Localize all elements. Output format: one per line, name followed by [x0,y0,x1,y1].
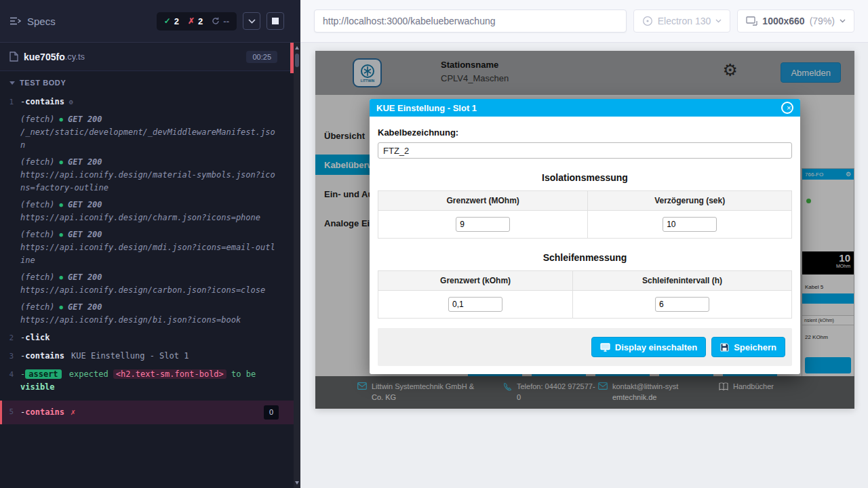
network-log-row[interactable]: (fetch)●GET 200 https://api.iconify.desi… [0,154,294,197]
assert-badge: assert [25,369,61,379]
fetch-label: (fetch) [20,271,55,284]
isolation-col2-header: Verzögerung (sek) [588,191,792,211]
test-body-label: TEST BODY [20,79,66,87]
command-row-assert[interactable]: 4 -assert expected <h2.text-sm.font-bold… [0,365,294,396]
loop-interval-input[interactable] [655,297,709,312]
loop-col2-header: Schleifenintervall (h) [573,271,792,291]
specs-menu-icon [9,16,21,26]
command-argument: KUE Einstellung - Slot 1 [71,351,189,361]
isolation-heading: Isolationsmessung [378,172,792,183]
status-dot-icon: ● [60,301,63,314]
loop-heading: Schleifenmessung [378,252,792,263]
command-row-click[interactable]: 2 -click [0,329,294,347]
collapse-reporter-button[interactable] [243,12,260,30]
command-number: 4 [0,368,20,394]
isolation-col1-header: Grenzwert (MOhm) [378,191,588,211]
network-log-row[interactable]: (fetch)●GET 200 https://api.iconify.desi… [0,299,294,329]
command-number: 2 [0,331,20,344]
specs-menu[interactable]: Specs [9,16,56,27]
status-dot-icon: ● [60,199,63,211]
command-number: 5 [2,405,20,420]
display-on-button[interactable]: Display einschalten [591,337,706,357]
modal-body: Kabelbezeichnung: Isolationsmessung Gren… [370,117,800,319]
stat-passed: ✓2 [164,16,179,26]
command-row-contains-failed[interactable]: 5 -contains ✗ 0 [0,401,294,424]
app-under-test: LITTWIN Stationsname CPLV4_Maschen ⚙ Abm… [315,51,854,409]
spec-header[interactable]: kue705fo .cy.ts 00:25 [0,43,294,71]
spec-extension: .cy.ts [65,52,85,62]
command-name: contains [25,97,64,106]
aut-panel: Electron 130 1000x660 (79%) LITTWIN Stat… [300,0,868,488]
chevron-down-icon [9,81,15,85]
modal-title: KUE Einstellung - Slot 1 [376,103,477,113]
command-row-contains-3[interactable]: 3 -containsKUE Einstellung - Slot 1 [0,347,294,365]
browser-selector[interactable]: Electron 130 [633,9,731,33]
reporter-scrollbar[interactable] [294,0,300,488]
stop-run-button[interactable] [267,12,284,30]
isolation-table: Grenzwert (MOhm) Verzögerung (sek) [378,190,792,239]
assert-visible: visible [20,382,55,392]
isolation-limit-input[interactable] [456,217,510,232]
viewport-selector[interactable]: 1000x660 (79%) [737,9,854,33]
command-number: 1 [0,96,20,108]
network-log-row[interactable]: (fetch)●GET 200 https://api.iconify.desi… [0,226,294,269]
loop-table: Grenzwert (kOhm) Schleifenintervall (h) [378,270,792,319]
specs-label: Specs [27,16,56,27]
network-log-row[interactable]: (fetch)●GET 200 https://api.iconify.desi… [0,197,294,226]
cable-name-input[interactable] [378,142,792,159]
http-status: GET 200 [68,228,102,241]
kue-settings-modal: KUE Einstellung - Slot 1 × Kabelbezeichn… [370,99,800,374]
scroll-up-icon[interactable] [295,46,299,49]
status-dot-icon: ● [60,113,63,126]
test-stats: ✓2 ✗2 -- [157,12,237,30]
viewport-size: 1000x660 [762,16,804,26]
modal-header: KUE Einstellung - Slot 1 × [370,99,800,117]
modal-footer: Display einschalten Speichern [378,328,792,366]
gear-icon: ⚙ [69,98,73,106]
command-name: contains [25,406,64,419]
command-name: contains [25,351,64,361]
status-dot-icon: ● [60,271,63,284]
cable-name-label: Kabelbezeichnung: [378,127,792,138]
save-button[interactable]: Speichern [711,337,785,357]
fetch-label: (fetch) [20,156,55,169]
request-url: https://api.iconify.design/charm.json?ic… [20,211,279,224]
command-log: 1 -contains⚙ (fetch)●GET 200 /_next/stat… [0,90,294,488]
check-icon: ✓ [164,16,171,26]
cross-icon: ✗ [188,16,195,26]
reporter-header: Specs ✓2 ✗2 -- [0,0,294,43]
http-status: GET 200 [68,156,102,169]
loop-col1-header: Grenzwert (kOhm) [378,271,573,291]
request-url: https://api.iconify.design/material-symb… [20,169,279,195]
url-input[interactable] [314,9,627,33]
network-log-row[interactable]: (fetch)●GET 200 https://api.iconify.desi… [0,269,294,299]
status-dot-icon: ● [60,228,63,241]
assert-expected: expected [69,369,108,379]
fetch-label: (fetch) [20,301,55,314]
chevron-down-icon [840,19,846,23]
cypress-reporter: Specs ✓2 ✗2 -- kue705fo .cy.ts 00:25 TES… [0,0,294,488]
http-status: GET 200 [68,301,102,314]
spec-file-icon [9,52,18,62]
display-icon [600,343,610,352]
isolation-delay-input[interactable] [663,217,717,232]
http-status: GET 200 [68,113,102,126]
scrollbar-thumb[interactable] [295,54,299,67]
close-icon[interactable]: × [781,102,793,114]
fetch-label: (fetch) [20,228,55,241]
assert-tail: to be [231,369,256,379]
stop-icon [272,18,279,24]
loop-limit-input[interactable] [448,297,502,312]
viewport-zoom: (79%) [810,16,835,26]
count-badge: 0 [264,405,279,420]
command-row-contains-1[interactable]: 1 -contains⚙ [0,93,294,111]
scroll-down-icon[interactable] [295,481,299,485]
http-status: GET 200 [68,199,102,211]
spec-duration-badge: 00:25 [246,51,277,63]
spec-name: kue705fo [24,52,65,62]
save-icon [720,343,729,352]
request-url: https://api.iconify.design/mdi.json?icon… [20,241,279,267]
network-log-row[interactable]: (fetch)●GET 200 /_next/static/developmen… [0,111,294,154]
request-url: https://api.iconify.design/bi.json?icons… [20,314,279,327]
test-body-toggle[interactable]: TEST BODY [0,71,294,90]
